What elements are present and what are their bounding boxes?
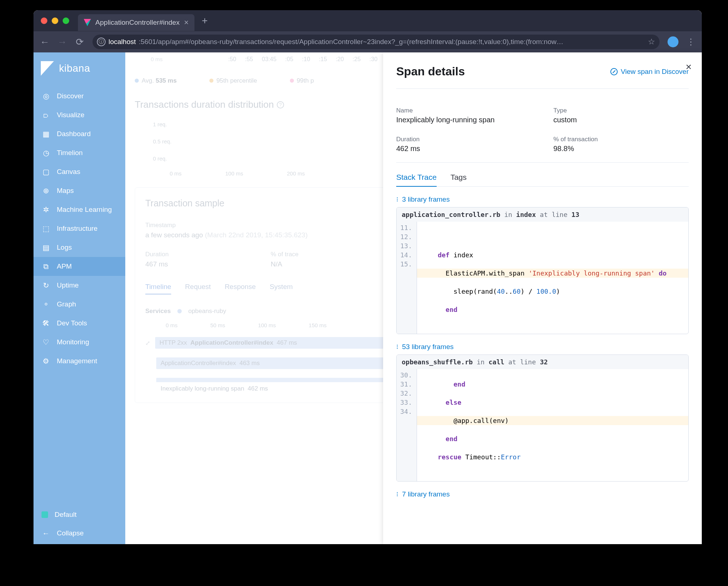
sidebar-item-graph[interactable]: ⚬Graph (34, 295, 125, 314)
detail-label-name: Name (396, 107, 532, 114)
code-block-2: opbeans_shuffle.rb in call at line 32 30… (396, 355, 689, 482)
space-icon (42, 511, 48, 518)
url-host: localhost (109, 38, 136, 46)
uptime-icon: ↻ (42, 281, 50, 290)
detail-value-name: Inexplicably long-running span (396, 116, 532, 124)
detail-value-pct: 98.8% (554, 144, 689, 153)
bookmark-icon[interactable]: ☆ (648, 37, 655, 47)
reload-button[interactable]: ⟳ (75, 36, 84, 48)
service-dot-icon (177, 309, 182, 313)
profile-avatar[interactable] (668, 36, 678, 47)
apm-icon: ⧉ (42, 262, 50, 271)
sidebar-item-discover[interactable]: ◎Discover (34, 87, 125, 106)
sidebar-item-collapse[interactable]: ←Collapse (34, 524, 125, 543)
globe-icon: ⊕ (42, 186, 50, 195)
library-frames-1[interactable]: ⁝ 3 library frames (396, 195, 689, 203)
sidebar: kibana ◎Discover ⫐Visualize ▦Dashboard ◷… (34, 52, 125, 544)
square-icon: ▢ (42, 167, 50, 176)
sidebar-item-default[interactable]: Default (34, 506, 125, 524)
library-frames-3[interactable]: ⁝ 7 library frames (396, 490, 689, 498)
chevron-left-icon: ← (42, 529, 50, 538)
code-lines: end else @app.call(env) end rescue Timeo… (417, 369, 688, 481)
address-bar: ← → ⟳ ⓘ localhost:5601/app/apm#/opbeans-… (34, 31, 702, 52)
detail-grid: Name Inexplicably long-running span Type… (396, 107, 689, 163)
forward-button[interactable]: → (58, 36, 67, 48)
new-tab-button[interactable]: + (202, 15, 208, 27)
browser-tab[interactable]: ApplicationController#index × (78, 14, 194, 31)
compass-icon: ◎ (42, 92, 50, 100)
sidebar-item-devtools[interactable]: 🛠Dev Tools (34, 314, 125, 333)
ml-icon: ✲ (42, 205, 50, 214)
sidebar-item-visualize[interactable]: ⫐Visualize (34, 106, 125, 124)
grid-icon: ▦ (42, 130, 50, 138)
condense-icon: ⁝ (396, 490, 398, 498)
library-frames-2[interactable]: ⁝ 53 library frames (396, 343, 689, 351)
browser-menu-icon[interactable]: ⋮ (686, 37, 695, 47)
tab-request[interactable]: Request (185, 283, 211, 294)
sidebar-item-timelion[interactable]: ◷Timelion (34, 143, 125, 162)
help-icon[interactable]: ? (277, 101, 284, 108)
tab-tags[interactable]: Tags (450, 173, 467, 187)
tab-close-icon[interactable]: × (184, 18, 189, 27)
code-lines: def index ElasticAPM.with_span 'Inexplic… (417, 222, 688, 334)
sidebar-item-ml[interactable]: ✲Machine Learning (34, 200, 125, 219)
flyout-tabs: Stack Trace Tags (396, 173, 689, 187)
sidebar-item-maps[interactable]: ⊕Maps (34, 181, 125, 200)
sidebar-item-infrastructure[interactable]: ⬚Infrastructure (34, 219, 125, 238)
browser-window: ApplicationController#index × + ← → ⟳ ⓘ … (34, 10, 702, 544)
chart-y-label: 0 ms (151, 56, 163, 62)
close-window-button[interactable] (41, 17, 47, 24)
detail-value-duration: 462 ms (396, 144, 532, 153)
bar-chart-icon: ⫐ (42, 111, 50, 119)
sidebar-item-logs[interactable]: ▤Logs (34, 238, 125, 257)
minimize-window-button[interactable] (52, 17, 58, 24)
maximize-window-button[interactable] (63, 17, 69, 24)
expand-icon[interactable]: ⤢ (145, 340, 150, 347)
url-path: :5601/app/apm#/opbeans-ruby/transactions… (139, 38, 563, 46)
tab-stack-trace[interactable]: Stack Trace (396, 173, 437, 187)
detail-value-type: custom (554, 116, 689, 124)
span-details-flyout: × Span details View span in Discover Nam… (383, 52, 702, 544)
sidebar-item-uptime[interactable]: ↻Uptime (34, 276, 125, 295)
clock-icon: ◷ (42, 149, 50, 157)
browser-tabbar: ApplicationController#index × + (34, 10, 702, 31)
nav-items: ◎Discover ⫐Visualize ▦Dashboard ◷Timelio… (34, 87, 125, 371)
cube-icon: ⬚ (42, 224, 50, 233)
code-block-1: application_controller.rb in index at li… (396, 207, 689, 334)
flyout-title: Span details (396, 65, 465, 78)
document-icon: ▤ (42, 243, 50, 252)
site-info-icon[interactable]: ⓘ (97, 37, 106, 46)
gear-icon: ⚙ (42, 357, 50, 365)
close-icon[interactable]: × (686, 61, 692, 73)
traffic-lights (41, 17, 69, 24)
brand-name: kibana (59, 63, 90, 74)
condense-icon: ⁝ (396, 195, 398, 203)
code-gutter: 11. 12. 13. 14. 15. (397, 222, 417, 334)
tab-response[interactable]: Response (225, 283, 256, 294)
view-in-discover-link[interactable]: View span in Discover (610, 68, 689, 76)
detail-label-type: Type (554, 107, 689, 114)
app-content: kibana ◎Discover ⫐Visualize ▦Dashboard ◷… (34, 52, 702, 544)
code-header: opbeans_shuffle.rb in call at line 32 (397, 355, 688, 369)
url-field[interactable]: ⓘ localhost:5601/app/apm#/opbeans-ruby/t… (93, 35, 660, 49)
chart-x-ticks: :50 :55 03:45 :05 :10 :15 :20 :25 :30 (228, 56, 378, 63)
tab-system[interactable]: System (269, 283, 292, 294)
heartbeat-icon: ♡ (42, 338, 50, 347)
wrench-icon: 🛠 (42, 319, 50, 328)
tab-timeline[interactable]: Timeline (145, 283, 171, 294)
back-button[interactable]: ← (40, 36, 50, 48)
logo-area[interactable]: kibana (34, 55, 125, 82)
detail-label-duration: Duration (396, 136, 532, 143)
flyout-header: Span details View span in Discover (396, 65, 689, 89)
tab-title: ApplicationController#index (95, 19, 180, 27)
sidebar-item-monitoring[interactable]: ♡Monitoring (34, 333, 125, 352)
sidebar-item-management[interactable]: ⚙Management (34, 352, 125, 371)
sidebar-item-apm[interactable]: ⧉APM (34, 257, 125, 276)
code-header: application_controller.rb in index at li… (397, 207, 688, 222)
code-gutter: 30. 31. 32. 33. 34. (397, 369, 417, 481)
condense-icon: ⁝ (396, 343, 398, 351)
compass-icon (610, 68, 618, 75)
sidebar-item-dashboard[interactable]: ▦Dashboard (34, 124, 125, 143)
sidebar-item-canvas[interactable]: ▢Canvas (34, 162, 125, 181)
kibana-favicon-icon (84, 19, 91, 26)
